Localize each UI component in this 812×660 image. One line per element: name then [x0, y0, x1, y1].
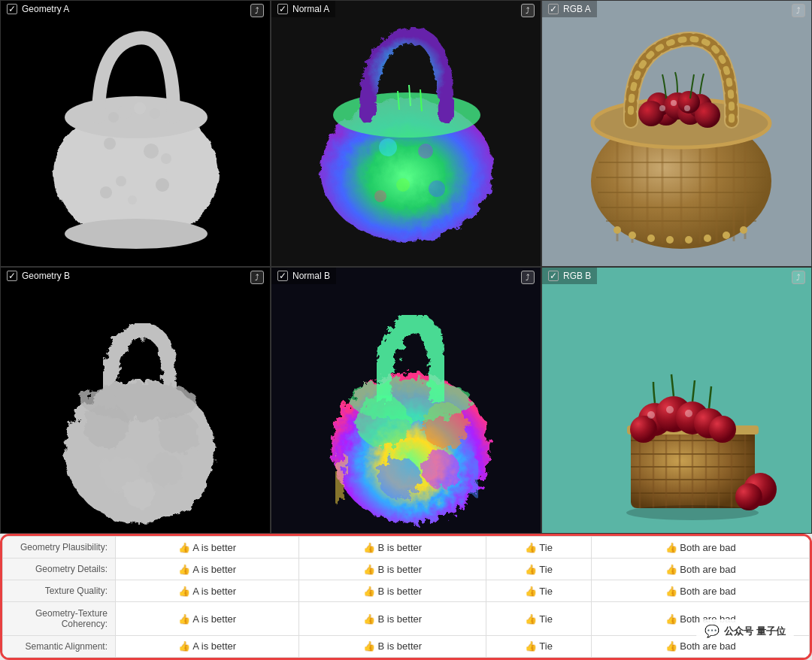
svg-point-58: [666, 236, 674, 244]
svg-point-55: [614, 226, 621, 234]
option-label: Both are bad: [680, 586, 735, 597]
svg-point-5: [116, 176, 126, 186]
vote-icon: 👍: [665, 542, 677, 553]
svg-point-25: [374, 190, 386, 202]
svg-point-70: [81, 383, 198, 420]
option-a-better-5[interactable]: 👍 A is better: [116, 635, 299, 657]
table-row: Geometry-Texture Coherency: 👍 A is bette…: [3, 602, 810, 636]
option-label: A is better: [192, 564, 236, 575]
vote-icon: 👍: [178, 542, 190, 553]
option-label: Both are bad: [680, 542, 735, 553]
geometry-b-panel: ✓ Geometry B ⤴: [0, 267, 271, 534]
vote-icon: 👍: [178, 640, 190, 652]
normal-b-checkbox-icon: ✓: [277, 271, 288, 281]
option-b-better-1[interactable]: 👍 B is better: [299, 537, 486, 559]
option-a-better-1[interactable]: 👍 A is better: [116, 537, 299, 559]
row-label: Texture Quality:: [3, 580, 116, 602]
option-b-better-3[interactable]: 👍 B is better: [299, 580, 486, 602]
rgb-a-share-btn[interactable]: ⤴: [792, 4, 805, 17]
vote-icon: 👍: [363, 586, 375, 597]
checkbox-icon: ✓: [7, 4, 17, 14]
normal-a-image: [271, 1, 541, 267]
geometry-b-share-btn[interactable]: ⤴: [250, 271, 264, 284]
eval-table: Geometry Plausibility: 👍 A is better 👍 B…: [2, 536, 810, 658]
rgb-a-checkbox-icon: ✓: [548, 4, 559, 14]
svg-point-76: [422, 450, 459, 488]
vote-icon: 👍: [525, 640, 537, 652]
option-tie-4[interactable]: 👍 Tie: [486, 602, 592, 636]
option-both-bad-3[interactable]: 👍 Both are bad: [592, 580, 810, 602]
vote-icon: 👍: [178, 586, 190, 597]
svg-point-21: [379, 138, 397, 156]
main-container: ✓ Geometry A ⤴: [0, 0, 812, 660]
normal-a-label: Normal A: [292, 4, 329, 14]
option-tie-2[interactable]: 👍 Tie: [486, 559, 592, 580]
option-label: Tie: [539, 640, 553, 652]
svg-point-106: [626, 505, 759, 520]
svg-point-59: [685, 236, 692, 244]
table-row: Semantic Alignment: 👍 A is better 👍 B is…: [3, 635, 810, 657]
svg-point-69: [125, 478, 155, 508]
option-label: A is better: [192, 613, 236, 625]
wechat-icon: 💬: [704, 624, 720, 638]
rgb-a-label: RGB A: [563, 4, 591, 14]
geometry-a-label: Geometry A: [22, 4, 69, 14]
option-a-better-3[interactable]: 👍 A is better: [116, 580, 299, 602]
rgb-b-label: RGB B: [563, 271, 591, 281]
option-both-bad-1[interactable]: 👍 Both are bad: [592, 537, 810, 559]
vote-icon: 👍: [665, 640, 677, 652]
option-a-better-2[interactable]: 👍 A is better: [116, 559, 299, 580]
option-label: B is better: [378, 640, 423, 652]
normal-b-header: ✓ Normal B: [271, 268, 336, 284]
watermark-text: 公众号 量子位: [724, 625, 786, 638]
svg-point-6: [156, 178, 169, 192]
vote-icon: 👍: [525, 542, 537, 553]
option-tie-3[interactable]: 👍 Tie: [486, 580, 592, 602]
normal-a-checkbox-icon: ✓: [277, 4, 288, 14]
vote-icon: 👍: [178, 564, 190, 575]
option-tie-5[interactable]: 👍 Tie: [486, 635, 592, 657]
geometry-a-share-btn[interactable]: ⤴: [250, 4, 264, 17]
geometry-a-header: ✓ Geometry A: [1, 1, 75, 17]
svg-point-10: [65, 219, 208, 249]
row-label: Geometry Plausibility:: [3, 537, 116, 559]
option-both-bad-2[interactable]: 👍 Both are bad: [592, 559, 810, 580]
svg-point-77: [349, 379, 472, 421]
normal-b-panel: ✓ Normal B ⤴: [271, 267, 541, 534]
rgb-a-header: ✓ RGB A: [542, 1, 597, 17]
option-b-better-4[interactable]: 👍 B is better: [299, 602, 486, 636]
svg-point-102: [735, 483, 762, 510]
option-a-better-4[interactable]: 👍 A is better: [116, 602, 299, 636]
svg-point-11: [118, 105, 132, 119]
option-b-better-2[interactable]: 👍 B is better: [299, 559, 486, 580]
geometry-b-image: [1, 268, 271, 534]
option-label: B is better: [378, 613, 423, 625]
svg-point-7: [128, 195, 137, 204]
rgb-b-header: ✓ RGB B: [542, 268, 597, 284]
vote-icon: 👍: [525, 613, 537, 625]
rgb-b-share-btn[interactable]: ⤴: [792, 271, 805, 284]
svg-point-3: [104, 138, 116, 150]
table-row: Geometry Details: 👍 A is better 👍 B is b…: [3, 559, 810, 580]
normal-b-image: [271, 268, 541, 534]
svg-point-14: [108, 112, 119, 123]
option-label: A is better: [192, 640, 236, 652]
svg-point-46: [638, 101, 664, 126]
svg-point-52: [659, 105, 665, 111]
option-label: B is better: [378, 586, 423, 597]
normal-b-share-btn[interactable]: ⤴: [521, 271, 535, 284]
table-row: Geometry Plausibility: 👍 A is better 👍 B…: [3, 537, 810, 559]
normal-a-share-btn[interactable]: ⤴: [521, 4, 535, 17]
vote-icon: 👍: [525, 586, 537, 597]
svg-point-103: [647, 411, 655, 419]
option-tie-1[interactable]: 👍 Tie: [486, 537, 592, 559]
option-b-better-5[interactable]: 👍 B is better: [299, 635, 486, 657]
option-label: B is better: [378, 542, 423, 553]
eval-table-container: Geometry Plausibility: 👍 A is better 👍 B…: [0, 534, 812, 660]
row-label: Semantic Alignment:: [3, 635, 116, 657]
rgb-b-panel: ✓ RGB B ⤴: [541, 267, 812, 534]
svg-point-4: [144, 144, 159, 159]
geometry-b-checkbox-icon: ✓: [7, 271, 17, 281]
svg-point-53: [671, 100, 677, 106]
svg-point-13: [150, 108, 160, 119]
